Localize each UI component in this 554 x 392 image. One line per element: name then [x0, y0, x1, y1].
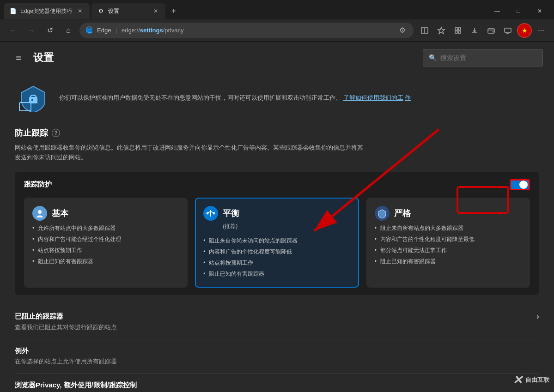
sidebar-menu-icon[interactable]: ≡: [11, 50, 26, 65]
home-button[interactable]: ⌂: [61, 23, 76, 38]
section-title: 防止跟踪 ?: [15, 127, 539, 139]
tab-settings-title: 设置: [108, 7, 148, 15]
card-basic[interactable]: 基本 允许所有站点中的大多数跟踪器 内容和广告可能会经过个性化处理 站点将按预期…: [24, 198, 188, 288]
svg-rect-8: [455, 31, 457, 33]
exceptions-title-row: 例外: [15, 347, 539, 356]
blocked-trackers-chevron: ›: [536, 312, 539, 321]
card-balanced-icon: [203, 206, 218, 221]
tab-edge-tips-title: Edge浏览器使用技巧: [20, 7, 72, 15]
browser-chrome: 📄 Edge浏览器使用技巧 ✕ ⚙ 设置 ✕ + — □ ✕ ← → ↺ ⌂: [0, 0, 554, 42]
exceptions-section[interactable]: 例外 在你选择的站点上允许使用所有跟踪器: [15, 339, 539, 374]
tab-edge-tips[interactable]: 📄 Edge浏览器使用技巧 ✕: [4, 3, 90, 19]
collections-icon[interactable]: [451, 23, 465, 38]
download-icon[interactable]: [467, 23, 482, 38]
back-button[interactable]: ←: [6, 23, 20, 38]
svg-rect-10: [488, 29, 494, 33]
watermark: ✕ 自由互联: [512, 373, 549, 387]
card-balanced-title-row: 平衡: [203, 206, 350, 221]
card-balanced-feature-2: 内容和广告的个性化程度可能降低: [203, 246, 350, 257]
svg-rect-9: [458, 31, 461, 33]
blocked-trackers-title: 已阻止的跟踪器: [15, 312, 63, 321]
watermark-x-icon: ✕: [512, 373, 523, 387]
banner-text: 你们可以保护标准的用户数据免受无处不在的恶意网站的干扰，同时还可以使用扩展和双击…: [59, 93, 539, 103]
url-separator: |: [116, 27, 117, 34]
banner-link[interactable]: 了解如何使用我们的工: [343, 94, 403, 101]
card-strict-feature-3: 部分站点可能无法正常工作: [375, 245, 522, 256]
tab-settings[interactable]: ⚙ 设置 ✕: [91, 3, 165, 19]
card-basic-feature-4: 阻止已知的有害跟踪器: [32, 256, 179, 267]
card-strict-features: 阻止来自所有站点的大多数跟踪器 内容和广告的个性化程度可能降至最低 部分站点可能…: [375, 223, 522, 267]
split-screen-icon[interactable]: [417, 23, 432, 38]
new-tab-button[interactable]: +: [167, 5, 180, 18]
settings-header: ≡ 设置 🔍: [0, 42, 554, 74]
forward-button[interactable]: →: [24, 23, 39, 38]
bottom-section-title: 浏览器Privacy, 额外使用/限制/跟踪控制: [15, 381, 137, 390]
card-balanced-title: 平衡: [223, 208, 239, 219]
url-edge-label: Edge: [97, 27, 111, 34]
search-input[interactable]: [440, 54, 537, 61]
settings-page: ≡ 设置 🔍: [0, 42, 554, 392]
card-basic-features: 允许所有站点中的大多数跟踪器 内容和广告可能会经过个性化处理 站点将按预期工作 …: [32, 223, 179, 267]
screen-cast-icon[interactable]: [500, 23, 515, 38]
search-box[interactable]: 🔍: [423, 49, 543, 66]
address-bar: ← → ↺ ⌂ Edge | edge://settings/privacy ⚙: [0, 19, 554, 42]
card-balanced-feature-1: 阻止来自你尚未访问的站点的跟踪器: [203, 235, 350, 246]
watermark-brand: 自由互联: [525, 377, 549, 383]
bottom-privacy-section[interactable]: 浏览器Privacy, 额外使用/限制/跟踪控制: [15, 374, 539, 392]
bottom-section-title-row: 浏览器Privacy, 额外使用/限制/跟踪控制: [15, 381, 539, 390]
more-options-button[interactable]: ···: [534, 23, 548, 38]
banner-icon: [15, 82, 52, 114]
exceptions-title: 例外: [15, 347, 29, 356]
url-bar[interactable]: Edge | edge://settings/privacy ⚙: [79, 23, 414, 38]
profile-icon[interactable]: ★: [517, 23, 532, 38]
tab-bar: 📄 Edge浏览器使用技巧 ✕ ⚙ 设置 ✕ + — □ ✕: [0, 0, 554, 19]
exceptions-description: 在你选择的站点上允许使用所有跟踪器: [15, 357, 539, 366]
url-text: Edge | edge://settings/privacy: [97, 27, 393, 34]
card-balanced-feature-4: 阻止已知的有害跟踪器: [203, 268, 350, 279]
section-title-text: 防止跟踪: [15, 127, 48, 139]
close-button[interactable]: ✕: [529, 3, 550, 19]
svg-rect-6: [455, 28, 457, 30]
svg-point-19: [38, 210, 42, 214]
settings-content: 你们可以保护标准的用户数据免受无处不在的恶意网站的干扰，同时还可以使用扩展和双击…: [0, 74, 554, 392]
favorites-star-icon[interactable]: [434, 23, 449, 38]
blocked-trackers-section[interactable]: 已阻止的跟踪器 › 查看我们已阻止其对你进行跟踪的站点: [15, 304, 539, 339]
svg-point-24: [213, 212, 215, 214]
card-strict-feature-4: 阻止已知的有害跟踪器: [375, 256, 522, 267]
banner-link2[interactable]: 作: [405, 94, 411, 101]
tab-edge-tips-close[interactable]: ✕: [76, 7, 84, 15]
wallet-icon[interactable]: [484, 23, 499, 38]
maximize-button[interactable]: □: [508, 3, 529, 19]
card-basic-feature-3: 站点将按预期工作: [32, 245, 179, 256]
tracking-toggle[interactable]: [510, 179, 530, 190]
blocked-trackers-title-row: 已阻止的跟踪器 ›: [15, 312, 539, 321]
svg-point-3: [86, 28, 92, 34]
svg-rect-12: [505, 28, 511, 32]
card-balanced[interactable]: 平衡 (推荐) 阻止来自你尚未访问的站点的跟踪器 内容和广告的个性化程度可能降低…: [195, 198, 359, 288]
card-strict-icon: [375, 206, 390, 221]
card-balanced-features: 阻止来自你尚未访问的站点的跟踪器 内容和广告的个性化程度可能降低 站点将按预期工…: [203, 235, 350, 279]
page-wrapper: 📄 Edge浏览器使用技巧 ✕ ⚙ 设置 ✕ + — □ ✕ ← → ↺ ⌂: [0, 0, 554, 392]
card-basic-feature-2: 内容和广告可能会经过个性化处理: [32, 234, 179, 245]
toolbar-icons: ★ ···: [417, 23, 548, 38]
help-icon[interactable]: ?: [52, 129, 60, 137]
url-scheme: edge://: [122, 27, 140, 34]
favorites-icon[interactable]: ⚙: [397, 25, 408, 36]
url-bold-path: settings: [140, 27, 163, 34]
search-icon: 🔍: [429, 54, 437, 61]
card-balanced-feature-3: 站点将按预期工作: [203, 257, 350, 268]
tracking-protection-label: 跟踪防护: [24, 180, 52, 189]
card-basic-icon: [32, 206, 47, 221]
tracking-cards-row: 基本 允许所有站点中的大多数跟踪器 内容和广告可能会经过个性化处理 站点将按预期…: [24, 198, 530, 288]
section-description: 网站会使用跟踪器收集你的浏览信息。此信息将用于改进网站服务并向你显示个性化广告等…: [15, 143, 539, 163]
tab-settings-close[interactable]: ✕: [152, 7, 160, 15]
card-basic-title: 基本: [52, 208, 68, 219]
card-strict-title-row: 严格: [375, 206, 522, 221]
tracking-protection-box: 跟踪防护: [15, 172, 539, 295]
card-strict[interactable]: 严格 阻止来自所有站点的大多数跟踪器 内容和广告的个性化程度可能降至最低 部分站…: [366, 198, 530, 288]
banner-area: 你们可以保护标准的用户数据免受无处不在的恶意网站的干扰，同时还可以使用扩展和双击…: [15, 74, 539, 118]
minimize-button[interactable]: —: [487, 3, 508, 19]
svg-point-23: [207, 212, 209, 214]
refresh-button[interactable]: ↺: [43, 23, 57, 38]
svg-text:★: ★: [522, 27, 528, 34]
